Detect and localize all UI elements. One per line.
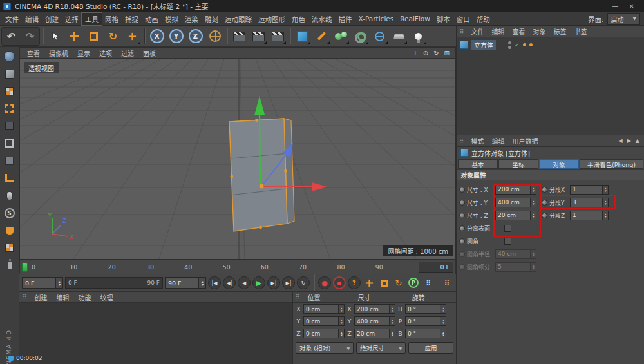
timeline-panel-button[interactable]: ⠿ bbox=[440, 276, 453, 289]
size-z-input[interactable]: 20 cm▴▾ bbox=[495, 211, 536, 220]
light-button[interactable] bbox=[409, 27, 428, 46]
object-name[interactable]: 立方体 bbox=[471, 40, 496, 50]
rot-b-field[interactable]: 0 °▴▾ bbox=[405, 329, 446, 338]
menu-item-plugins[interactable]: 插件 bbox=[336, 13, 355, 25]
menu-item-xparticles[interactable]: X-Particles bbox=[355, 14, 397, 24]
scale-key-toggle[interactable] bbox=[377, 276, 390, 289]
object-row-cube[interactable]: 立方体 ✓ bbox=[460, 39, 641, 50]
goto-end-button[interactable]: ▶| bbox=[282, 276, 295, 289]
pos-z-field[interactable]: 0 cm▴▾ bbox=[303, 329, 345, 338]
texture-tag-icon[interactable] bbox=[523, 43, 526, 46]
keyframe-dot[interactable] bbox=[459, 200, 465, 206]
tab-phong[interactable]: 平滑着色(Phong) bbox=[580, 159, 643, 169]
next-key-button[interactable]: ▶| bbox=[267, 276, 280, 289]
tab-coordinates[interactable]: 坐标 bbox=[498, 159, 538, 169]
viewport-solo-button[interactable] bbox=[2, 188, 17, 203]
view-label[interactable]: 透视视图 bbox=[24, 62, 59, 73]
phong-tag-icon[interactable] bbox=[529, 43, 533, 46]
keyframe-dot[interactable] bbox=[459, 238, 465, 244]
menu-item-window[interactable]: 窗口 bbox=[453, 13, 473, 25]
loop-button[interactable]: ↻ bbox=[297, 276, 310, 289]
end-frame-field[interactable]: 90 F ▴▾ bbox=[165, 277, 206, 289]
object-manager-menu-item[interactable]: 标签 bbox=[550, 28, 571, 36]
material-list-area[interactable] bbox=[19, 303, 292, 364]
object-manager-menu-item[interactable]: 文件 bbox=[468, 28, 488, 36]
x-axis-handle[interactable] bbox=[261, 186, 313, 187]
apply-button[interactable]: 应用 bbox=[408, 342, 453, 354]
keyframe-selection-button[interactable]: ? bbox=[348, 276, 361, 289]
close-button[interactable]: × bbox=[629, 0, 634, 12]
object-manager-menu-item[interactable]: 书签 bbox=[571, 28, 591, 36]
menu-item-help[interactable]: 帮助 bbox=[473, 13, 493, 25]
menu-item-mesh[interactable]: 网格 bbox=[102, 13, 122, 25]
object-manager-menu-item[interactable]: 对象 bbox=[529, 28, 550, 36]
render-picture-viewer-button[interactable] bbox=[249, 27, 268, 46]
menu-item-edit[interactable]: 编辑 bbox=[22, 13, 42, 25]
viewport-menu-item[interactable]: 显示 bbox=[73, 50, 95, 58]
axis-mode-button[interactable] bbox=[2, 171, 17, 186]
size-x-input[interactable]: 200 cm▴▾ bbox=[495, 185, 536, 195]
position-key-toggle[interactable] bbox=[363, 276, 375, 289]
perspective-viewport[interactable]: 查看摄像机显示选项过滤面板 + ⊕ ↻ ⊞ bbox=[19, 47, 456, 260]
keyframe-dot[interactable] bbox=[542, 187, 547, 193]
viewport-nav-button[interactable] bbox=[2, 49, 17, 64]
spline-pen-button[interactable] bbox=[312, 27, 331, 46]
material-menu-item[interactable]: 功能 bbox=[74, 294, 96, 302]
timeline-ruler[interactable]: 0102030405060708090 0 F bbox=[19, 260, 456, 274]
material-menu-item[interactable]: 创建 bbox=[30, 294, 52, 302]
material-menu-item[interactable]: 编辑 bbox=[52, 294, 74, 302]
viewport-menu-item[interactable]: 查看 bbox=[23, 50, 44, 58]
segments-z-input[interactable]: 1▴▾ bbox=[570, 211, 609, 220]
size-y-input[interactable]: 400 cm▴▾ bbox=[495, 198, 536, 207]
goto-start-button[interactable]: |◀ bbox=[208, 276, 221, 289]
render-settings-button[interactable] bbox=[269, 27, 287, 46]
menu-item-select[interactable]: 选择 bbox=[62, 13, 82, 25]
points-mode-button[interactable] bbox=[2, 119, 17, 133]
rot-h-field[interactable]: 0 °▴▾ bbox=[405, 304, 446, 314]
simulation-button[interactable] bbox=[332, 27, 350, 46]
redo-button[interactable]: ↷ bbox=[21, 27, 39, 46]
model-mode-button[interactable] bbox=[2, 66, 17, 81]
airbrush-button[interactable] bbox=[2, 258, 17, 273]
frame-range-slider[interactable]: 0 F 90 F bbox=[65, 277, 163, 289]
primitive-cube-button[interactable] bbox=[293, 27, 312, 46]
spin-down-icon[interactable]: ▾ bbox=[58, 283, 60, 286]
fillet-checkbox[interactable] bbox=[504, 238, 511, 245]
last-tool-button[interactable] bbox=[123, 27, 142, 46]
autokey-button[interactable]: ● bbox=[333, 276, 346, 289]
prev-key-button[interactable]: ◀| bbox=[223, 276, 236, 289]
toggle-views-icon[interactable]: ⊞ bbox=[444, 50, 450, 57]
keyframe-dot[interactable] bbox=[542, 213, 547, 218]
menu-item-file[interactable]: 文件 bbox=[2, 13, 22, 25]
viewport-menu-item[interactable]: 选项 bbox=[95, 50, 117, 58]
current-frame-display[interactable]: 0 F bbox=[419, 262, 453, 273]
viewport-canvas[interactable]: Y X Z bbox=[20, 59, 455, 259]
prev-frame-button[interactable]: ◀ bbox=[238, 276, 251, 289]
panel-menu-icon[interactable]: ⠿ bbox=[460, 138, 464, 144]
menu-item-animate[interactable]: 动画 bbox=[142, 13, 162, 25]
menu-item-snap[interactable]: 捕捉 bbox=[122, 13, 142, 25]
menu-item-motion-tracker[interactable]: 运动跟踪 bbox=[222, 13, 255, 25]
attribute-menu-item[interactable]: 用户数据 bbox=[509, 137, 542, 146]
coord-mode-dropdown[interactable]: 对象 (相对) ▼ bbox=[296, 342, 354, 354]
viewport-menu-item[interactable]: 摄像机 bbox=[44, 50, 73, 58]
zoom-view-icon[interactable]: ⊕ bbox=[423, 50, 428, 57]
panel-menu-icon[interactable]: ⠿ bbox=[460, 28, 464, 35]
object-manager-list[interactable]: 立方体 ✓ bbox=[457, 37, 644, 135]
rotate-view-icon[interactable]: ↻ bbox=[433, 50, 439, 57]
x-axis-lock-button[interactable]: X bbox=[147, 27, 166, 46]
enabled-check-icon[interactable]: ✓ bbox=[515, 42, 520, 48]
panel-menu-icon[interactable]: ⠿ bbox=[23, 294, 27, 300]
menu-item-create[interactable]: 创建 bbox=[42, 13, 62, 25]
object-manager-menu-item[interactable]: 编辑 bbox=[488, 28, 509, 36]
keyframe-dot[interactable] bbox=[459, 225, 465, 231]
parameter-key-toggle[interactable]: P bbox=[407, 276, 420, 289]
texture-mode-button[interactable] bbox=[2, 84, 17, 99]
panel-menu-icon[interactable]: ⠿ bbox=[296, 294, 300, 300]
history-forward-icon[interactable]: ▶ bbox=[627, 138, 631, 144]
menu-item-render[interactable]: 渲染 bbox=[182, 13, 202, 25]
viewport-menu-item[interactable]: 面板 bbox=[138, 50, 160, 58]
rotate-tool-button[interactable]: ↻ bbox=[104, 27, 122, 46]
live-selection-button[interactable] bbox=[46, 27, 64, 46]
current-frame-field[interactable]: 0 F ▴▾ bbox=[22, 277, 63, 289]
